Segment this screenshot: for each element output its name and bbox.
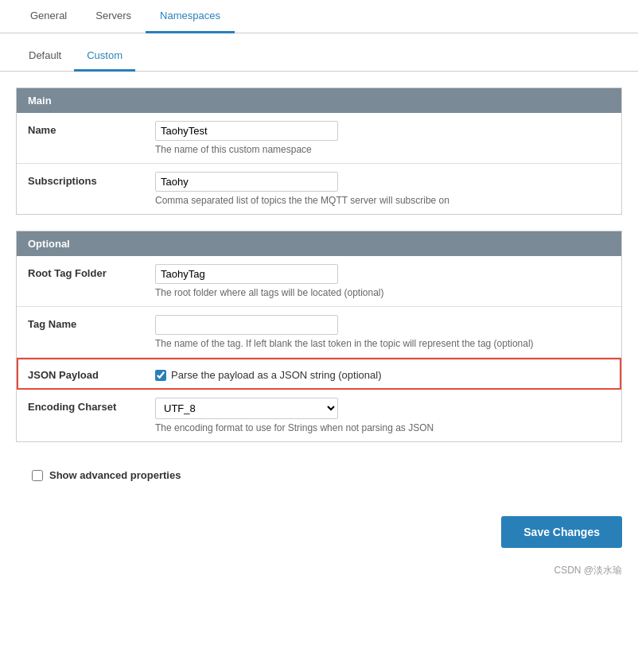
json-payload-field-row: JSON Payload Parse the payload as a JSON… [17, 358, 621, 390]
root-tag-folder-content: The root folder where all tags will be l… [155, 264, 610, 298]
save-changes-button[interactable]: Save Changes [501, 516, 622, 548]
tab-general[interactable]: General [16, 0, 81, 33]
root-tag-folder-label: Root Tag Folder [28, 264, 155, 279]
watermark: CSDN @淡水瑜 [0, 564, 638, 585]
tab-custom[interactable]: Custom [74, 41, 135, 72]
main-section: Main Name The name of this custom namesp… [16, 87, 622, 215]
optional-section-header: Optional [17, 231, 621, 256]
optional-section: Optional Root Tag Folder The root folder… [16, 231, 622, 442]
main-section-header: Main [17, 88, 621, 113]
name-input[interactable] [155, 121, 338, 141]
advanced-properties-label: Show advanced properties [49, 469, 181, 481]
subscriptions-label: Subscriptions [28, 172, 155, 187]
subscriptions-field-content: Comma separated list of topics the the M… [155, 172, 610, 206]
root-tag-folder-field-row: Root Tag Folder The root folder where al… [17, 256, 621, 307]
json-payload-checkbox[interactable] [155, 370, 166, 381]
inner-tabs: Default Custom [0, 41, 638, 72]
name-label: Name [28, 121, 155, 136]
tab-servers[interactable]: Servers [81, 0, 146, 33]
tag-name-field-row: Tag Name The name of the tag. If left bl… [17, 307, 621, 358]
subscriptions-input[interactable] [155, 172, 338, 192]
name-field-row: Name The name of this custom namespace [17, 113, 621, 164]
name-field-content: The name of this custom namespace [155, 121, 610, 155]
subscriptions-field-row: Subscriptions Comma separated list of to… [17, 164, 621, 214]
root-tag-folder-hint: The root folder where all tags will be l… [155, 287, 610, 298]
json-payload-checkbox-label: Parse the payload as a JSON string (opti… [171, 369, 381, 381]
encoding-charset-field-row: Encoding Charset UTF_8 UTF_16 ISO-8859-1… [17, 390, 621, 441]
json-payload-content: Parse the payload as a JSON string (opti… [155, 366, 610, 381]
tag-name-hint: The name of the tag. If left blank the l… [155, 338, 610, 349]
advanced-properties-row: Show advanced properties [16, 458, 622, 492]
tag-name-label: Tag Name [28, 315, 155, 330]
encoding-charset-select[interactable]: UTF_8 UTF_16 ISO-8859-1 [155, 398, 338, 419]
root-tag-folder-input[interactable] [155, 264, 338, 284]
json-payload-checkbox-line: Parse the payload as a JSON string (opti… [155, 366, 610, 381]
subscriptions-hint: Comma separated list of topics the the M… [155, 195, 610, 206]
tab-default[interactable]: Default [16, 41, 74, 72]
tag-name-content: The name of the tag. If left blank the l… [155, 315, 610, 349]
encoding-charset-label: Encoding Charset [28, 398, 155, 413]
footer-bar: Save Changes [0, 508, 638, 564]
content-area: Main Name The name of this custom namesp… [0, 72, 638, 508]
advanced-properties-checkbox[interactable] [32, 470, 43, 481]
json-payload-label: JSON Payload [28, 366, 155, 381]
top-tabs: General Servers Namespaces [0, 0, 638, 33]
tab-namespaces[interactable]: Namespaces [146, 0, 235, 33]
encoding-charset-content: UTF_8 UTF_16 ISO-8859-1 The encoding for… [155, 398, 610, 433]
encoding-charset-hint: The encoding format to use for Strings w… [155, 422, 610, 433]
tag-name-input[interactable] [155, 315, 338, 335]
name-hint: The name of this custom namespace [155, 144, 610, 155]
